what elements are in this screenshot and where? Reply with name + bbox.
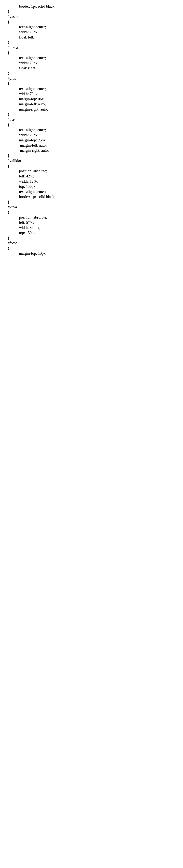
code-line: {	[8, 81, 175, 86]
code-line: #alas	[8, 117, 175, 122]
code-line: text-align: center;	[8, 127, 175, 132]
code-line-text: margin-top: 0px;	[8, 96, 175, 101]
code-line: #kuva	[8, 205, 175, 210]
code-line: margin-left: auto;	[8, 101, 175, 107]
code-line-text: float: right;	[8, 66, 175, 71]
code-line-text: top: 150px;	[8, 184, 175, 189]
code-line: {	[8, 246, 175, 251]
code-line: position: absolute;	[8, 168, 175, 174]
code-line: {	[8, 210, 175, 215]
code-line: {	[8, 19, 175, 24]
code-line-text: text-align: center;	[8, 127, 175, 132]
code-line: left: 57%;	[8, 220, 175, 225]
code-line: #ylos	[8, 76, 175, 81]
code-line: top: 150px;	[8, 184, 175, 189]
code-line: margin-right: auto;	[8, 107, 175, 112]
code-line: }	[8, 153, 175, 158]
code-line-text: width: 70px;	[8, 30, 175, 35]
code-line: {	[8, 163, 175, 168]
code-line-text: float: left;	[8, 35, 175, 40]
code-line-text: border: 1px solid black;	[8, 4, 175, 9]
code-line: width: 70px;	[8, 91, 175, 96]
code-line-text: width: 70px;	[8, 60, 175, 66]
code-line: margin-left: auto;	[8, 143, 175, 148]
code-line: #oikea	[8, 45, 175, 50]
code-line: position: absolute;	[8, 215, 175, 220]
code-line-text: width: 70px;	[8, 132, 175, 137]
code-line-text: width: 70px;	[8, 91, 175, 96]
code-line: #vasen	[8, 14, 175, 19]
code-line-text: left: 57%;	[8, 220, 175, 225]
code-line-text: text-align: center;	[8, 24, 175, 30]
code-line: #valikko	[8, 158, 175, 163]
code-line: text-align: center;	[8, 86, 175, 91]
code-line-text: position: absolute;	[8, 168, 175, 174]
code-line-text: top: 150px;	[8, 230, 175, 236]
code-line: border: 1px solid black;	[8, 4, 175, 9]
code-line: width: 12%;	[8, 179, 175, 184]
code-line-text: text-align: center;	[8, 86, 175, 91]
code-line: float: right;	[8, 66, 175, 71]
code-line: }	[8, 71, 175, 76]
code-line: }	[8, 9, 175, 14]
code-line-text: margin-left: auto;	[8, 143, 175, 148]
code-line: left: 42%;	[8, 174, 175, 179]
code-line: }	[8, 199, 175, 205]
code-line: {	[8, 122, 175, 127]
code-line: }	[8, 40, 175, 45]
code-line: margin-top: 25px;	[8, 137, 175, 143]
code-line: width: 70px;	[8, 132, 175, 137]
code-line: text-align: center;	[8, 189, 175, 194]
code-line: {	[8, 50, 175, 55]
code-line: }	[8, 112, 175, 117]
code-line-text: width: 12%;	[8, 179, 175, 184]
code-line-text: text-align: center;	[8, 55, 175, 60]
code-line-text: margin-top: 10px;	[8, 251, 175, 256]
css-code-block: border: 1px solid black;}#vasen{text-ali…	[8, 4, 175, 256]
code-line: margin-right: auto;	[8, 148, 175, 153]
code-line: width: 70px;	[8, 60, 175, 66]
code-line: width: 70px;	[8, 30, 175, 35]
code-line: margin-top: 10px;	[8, 251, 175, 256]
code-line: margin-top: 0px;	[8, 96, 175, 101]
code-line: text-align: center;	[8, 24, 175, 30]
code-line-text: width: 320px;	[8, 225, 175, 230]
code-line-text: border: 1px solid black;	[8, 194, 175, 199]
code-line-text: margin-left: auto;	[8, 101, 175, 107]
code-line-text: margin-right: auto;	[8, 148, 175, 153]
code-line: float: left;	[8, 35, 175, 40]
code-line-text: margin-top: 25px;	[8, 137, 175, 143]
code-line-text: position: absolute;	[8, 215, 175, 220]
code-line: width: 320px;	[8, 225, 175, 230]
code-line: border: 1px solid black;	[8, 194, 175, 199]
code-line: text-align: center;	[8, 55, 175, 60]
code-line: #fotot	[8, 241, 175, 246]
code-line-text: left: 42%;	[8, 174, 175, 179]
code-line: top: 150px;	[8, 230, 175, 236]
code-line-text: margin-right: auto;	[8, 107, 175, 112]
code-line-text: text-align: center;	[8, 189, 175, 194]
code-line: }	[8, 236, 175, 241]
